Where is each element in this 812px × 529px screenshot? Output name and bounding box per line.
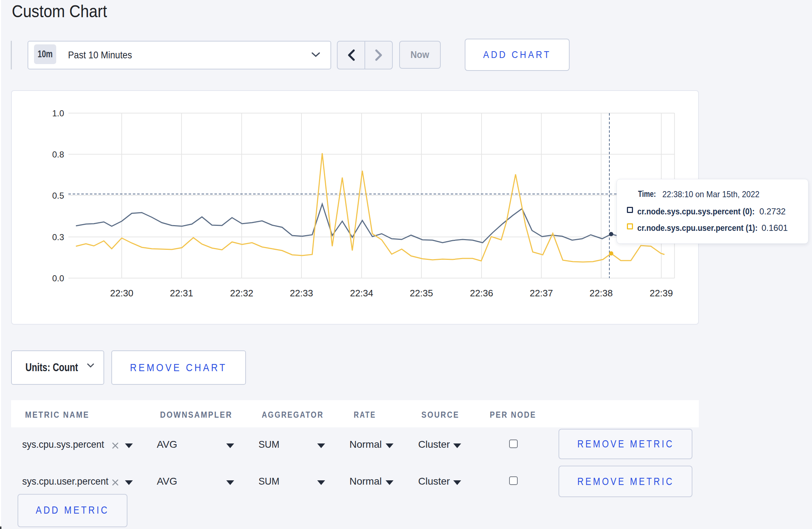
svg-text:22:32: 22:32	[230, 288, 253, 299]
svg-text:22:38: 22:38	[589, 288, 613, 299]
svg-text:0.0: 0.0	[52, 273, 64, 283]
svg-text:22:39: 22:39	[649, 288, 673, 299]
svg-text:22:35: 22:35	[410, 288, 433, 299]
svg-text:22:30: 22:30	[110, 288, 133, 299]
svg-text:0.8: 0.8	[52, 150, 64, 159]
svg-text:0.5: 0.5	[52, 191, 64, 200]
svg-text:22:36: 22:36	[470, 288, 493, 299]
svg-text:22:37: 22:37	[530, 288, 553, 299]
svg-text:22:34: 22:34	[350, 288, 373, 299]
svg-text:1.0: 1.0	[52, 108, 64, 118]
svg-text:22:31: 22:31	[170, 288, 193, 299]
svg-text:22:33: 22:33	[290, 288, 313, 299]
svg-text:0.3: 0.3	[52, 232, 64, 242]
